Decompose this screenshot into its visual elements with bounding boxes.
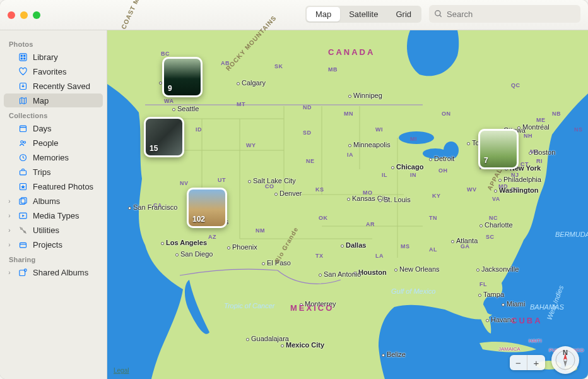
photo-cluster[interactable]: 9 <box>162 57 203 97</box>
suitcase-icon <box>18 167 28 177</box>
svg-point-10 <box>20 140 23 143</box>
country-label: MEXICO <box>290 303 334 313</box>
sidebar-item-label: Favorites <box>33 67 66 76</box>
disclosure-chevron-icon[interactable]: › <box>6 212 13 219</box>
photo-cluster[interactable]: 15 <box>144 117 184 157</box>
ocean-label: Gulf of Mexico <box>391 287 435 295</box>
sidebar-item-projects[interactable]: ›Projects <box>4 238 103 251</box>
disclosure-chevron-icon[interactable]: › <box>6 198 13 205</box>
view-tab-satellite[interactable]: Satellite <box>340 7 387 21</box>
sidebar-item-utilities[interactable]: ›Utilities <box>4 223 103 237</box>
state-label: ID <box>196 126 202 133</box>
svg-rect-24 <box>20 243 26 248</box>
sidebar-item-label: Albums <box>33 196 60 206</box>
city-label: Jacksonville <box>476 265 519 273</box>
heart-icon <box>18 66 28 76</box>
cluster-count: 15 <box>150 144 158 153</box>
state-label: WA <box>164 98 174 104</box>
state-label: QC <box>511 82 520 88</box>
city-label: Minneapolis <box>348 141 391 148</box>
sidebar-item-shared-albums[interactable]: ›Shared Albums <box>4 265 103 279</box>
sidebar-item-people[interactable]: People <box>4 136 103 150</box>
cluster-pointer-icon <box>203 226 211 228</box>
state-label: ND <box>303 104 312 111</box>
memories-icon <box>18 152 28 162</box>
sidebar-item-favorites[interactable]: Favorites <box>4 64 103 78</box>
sidebar-item-recently-saved[interactable]: Recently Saved <box>4 79 103 93</box>
state-label: AR <box>366 221 375 227</box>
state-label: NE <box>306 158 315 164</box>
cluster-count: 102 <box>192 215 205 224</box>
city-label: JAMAICA <box>498 346 520 352</box>
state-label: NB <box>552 111 561 117</box>
state-label: ME <box>536 117 546 123</box>
state-label: WY <box>246 142 256 148</box>
search-input[interactable] <box>447 9 575 19</box>
photo-cluster[interactable]: 7 <box>478 129 519 169</box>
city-label: Tampa <box>478 291 504 298</box>
sidebar-item-label: Days <box>33 124 52 133</box>
city-label: Calgary <box>237 79 266 87</box>
sidebar-item-trips[interactable]: Trips <box>4 165 103 179</box>
sidebar-item-albums[interactable]: ›Albums <box>4 194 103 208</box>
country-label: CANADA <box>328 47 375 57</box>
state-label: FL <box>479 281 487 287</box>
svg-line-1 <box>440 15 442 17</box>
window-controls <box>8 11 40 19</box>
view-tab-map[interactable]: Map <box>307 7 340 21</box>
svg-rect-5 <box>20 57 22 59</box>
photo-cluster[interactable]: 102 <box>187 188 227 228</box>
city-label: San Diego <box>175 250 213 258</box>
sidebar-item-media-types[interactable]: ›Media Types <box>4 208 103 222</box>
map-icon <box>18 95 28 105</box>
cluster-count: 9 <box>168 84 172 93</box>
state-label: SD <box>303 129 312 136</box>
state-label: IA <box>347 152 353 158</box>
search-field[interactable] <box>429 5 580 23</box>
city-label: Los Angeles <box>161 239 207 246</box>
sidebar-item-map[interactable]: Map <box>4 93 103 107</box>
titlebar: MapSatelliteGrid <box>0 0 588 30</box>
country-label: CUBA <box>511 316 543 325</box>
state-label: OK <box>319 215 328 221</box>
sidebar-item-days[interactable]: Days <box>4 121 103 135</box>
city-label: Salt Lake City <box>248 177 296 184</box>
city-label: Miami <box>502 300 525 308</box>
compass-label: N <box>563 349 568 356</box>
sidebar-item-memories[interactable]: Memories <box>4 150 103 164</box>
sidebar-item-library[interactable]: Library <box>4 50 103 64</box>
state-label: SK <box>274 63 283 69</box>
state-label: RI <box>536 158 543 164</box>
cluster-pointer-icon <box>494 167 503 169</box>
minimize-window-button[interactable] <box>20 11 28 19</box>
svg-line-23 <box>20 227 20 227</box>
close-window-button[interactable] <box>8 11 15 19</box>
city-label: Atlanta <box>451 237 478 244</box>
zoom-control: − + <box>510 355 545 370</box>
svg-point-27 <box>24 268 26 271</box>
cluster-count: 7 <box>484 156 488 165</box>
zoom-out-button[interactable]: − <box>510 355 527 370</box>
disclosure-chevron-icon[interactable]: › <box>6 241 13 248</box>
view-tab-grid[interactable]: Grid <box>387 7 420 21</box>
disclosure-chevron-icon[interactable]: › <box>6 269 13 276</box>
state-label: MN <box>344 111 353 117</box>
sidebar-section-photos: Photos <box>0 37 107 49</box>
state-label: TX <box>315 253 324 259</box>
zoom-in-button[interactable]: + <box>527 355 545 370</box>
map-view[interactable]: WAORIDMTNDSDMNWIMINYVTNHMEMARICTPANJDEMD… <box>107 30 588 379</box>
svg-marker-15 <box>21 184 25 189</box>
disclosure-chevron-icon[interactable]: › <box>6 227 13 234</box>
sidebar-item-label: Library <box>33 52 58 62</box>
compass-button[interactable]: N <box>551 346 579 374</box>
city-label: Denver <box>274 190 302 197</box>
state-label: IN <box>410 172 416 178</box>
zoom-window-button[interactable] <box>33 11 40 19</box>
media-icon <box>18 210 28 220</box>
state-label: MS <box>401 243 410 250</box>
sidebar-item-featured-photos[interactable]: Featured Photos <box>4 179 103 193</box>
calendar-icon <box>18 123 28 133</box>
city-label: New Orleans <box>394 265 440 273</box>
svg-rect-6 <box>23 57 25 59</box>
legal-link[interactable]: Legal <box>114 367 129 374</box>
